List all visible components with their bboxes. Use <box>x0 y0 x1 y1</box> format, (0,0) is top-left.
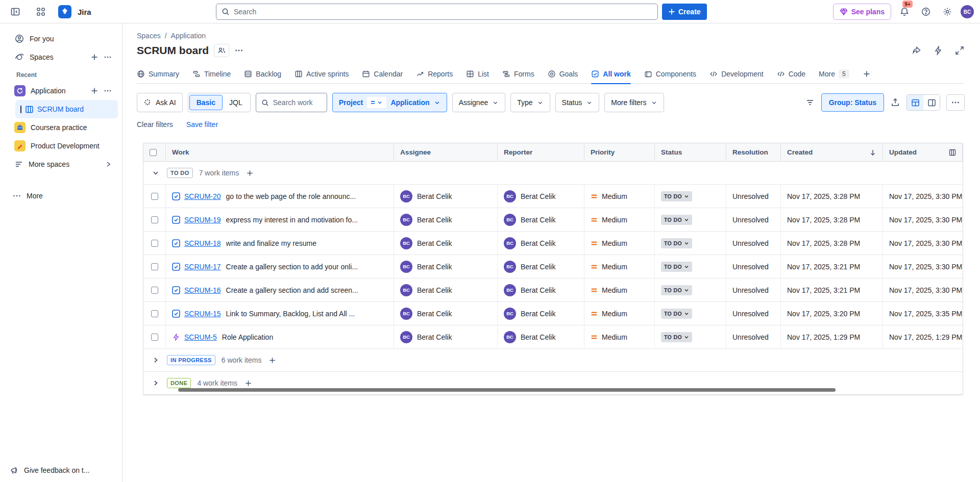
column-header-priority[interactable]: Priority <box>584 143 655 161</box>
detail-view-button[interactable] <box>923 95 940 110</box>
assignee-cell[interactable]: BC Berat Celik <box>394 302 498 325</box>
work-item-row[interactable]: SCRUM-17 Create a gallery section to add… <box>143 255 963 278</box>
row-checkbox[interactable] <box>151 240 158 247</box>
status-dropdown[interactable]: TO DO <box>661 238 692 248</box>
column-header-created[interactable]: Created <box>781 143 883 161</box>
row-checkbox[interactable] <box>151 263 158 270</box>
board-members-button[interactable] <box>214 44 229 57</box>
priority-cell[interactable]: Medium <box>584 255 655 278</box>
export-icon[interactable] <box>890 97 900 108</box>
tab-code[interactable]: Code <box>777 64 805 84</box>
priority-cell[interactable]: Medium <box>584 325 655 348</box>
row-checkbox[interactable] <box>151 193 158 200</box>
group-add-item-button[interactable] <box>246 169 254 177</box>
column-header-status[interactable]: Status <box>655 143 726 161</box>
work-search[interactable] <box>256 93 327 112</box>
assignee-cell[interactable]: BC Berat Celik <box>394 232 498 255</box>
help-button[interactable] <box>918 4 934 20</box>
give-feedback-button[interactable]: Give feedback on t... <box>10 466 112 475</box>
group-toggle-chevron[interactable] <box>151 355 161 365</box>
page-more-actions[interactable] <box>234 46 243 55</box>
column-header-reporter[interactable]: Reporter <box>498 143 584 161</box>
status-dropdown[interactable]: TO DO <box>661 332 692 342</box>
reporter-cell[interactable]: BC Berat Celik <box>498 255 584 278</box>
sidebar-item-coursera-practice[interactable]: Coursera practice <box>4 118 118 137</box>
group-add-item-button[interactable] <box>268 357 276 364</box>
work-item-row[interactable]: SCRUM-16 Create a gallery section and ad… <box>143 278 963 302</box>
priority-cell[interactable]: Medium <box>584 208 655 231</box>
breadcrumb-spaces[interactable]: Spaces <box>137 32 161 40</box>
column-header-assignee[interactable]: Assignee <box>394 143 498 161</box>
assignee-cell[interactable]: BC Berat Celik <box>394 208 498 231</box>
reporter-cell[interactable]: BC Berat Celik <box>498 302 584 325</box>
fullscreen-icon[interactable] <box>954 45 965 56</box>
mode-jql[interactable]: JQL <box>223 95 249 110</box>
project-filter-chip[interactable]: Project = Application <box>332 93 447 112</box>
status-dropdown[interactable]: TO DO <box>661 215 692 225</box>
tab-reports[interactable]: Reports <box>416 64 453 84</box>
status-dropdown[interactable]: TO DO <box>661 262 692 272</box>
tab-components[interactable]: Components <box>644 64 696 84</box>
ask-ai-button[interactable]: Ask AI <box>137 93 183 112</box>
sidebar-item-spaces[interactable]: Spaces <box>4 48 118 66</box>
sidebar-item-application[interactable]: Application <box>4 82 118 100</box>
priority-cell[interactable]: Medium <box>584 185 655 208</box>
spaces-more-icon[interactable] <box>104 53 112 61</box>
create-button[interactable]: Create <box>662 4 707 20</box>
sidebar-item-for-you[interactable]: For you <box>4 30 118 48</box>
work-item-row[interactable]: SCRUM-18 write and finalize my resume BC… <box>143 232 963 255</box>
share-icon[interactable] <box>912 45 922 56</box>
app-switcher-button[interactable] <box>33 4 49 20</box>
tab-development[interactable]: Development <box>709 64 764 84</box>
row-checkbox[interactable] <box>151 216 158 223</box>
work-item-key-link[interactable]: SCRUM-20 <box>184 192 221 200</box>
tab-timeline[interactable]: Timeline <box>192 64 231 84</box>
column-header-resolution[interactable]: Resolution <box>726 143 781 161</box>
clear-filters-button[interactable]: Clear filters <box>137 120 173 129</box>
tab-active-sprints[interactable]: Active sprints <box>295 64 349 84</box>
tab-calendar[interactable]: Calendar <box>362 64 403 84</box>
group-by-button[interactable]: Group: Status <box>821 93 884 112</box>
row-checkbox[interactable] <box>151 334 158 341</box>
work-item-row[interactable]: SCRUM-20 go to the web page of the role … <box>143 185 963 208</box>
priority-cell[interactable]: Medium <box>584 278 655 301</box>
more-filters[interactable]: More filters <box>604 93 664 112</box>
column-header-work[interactable]: Work <box>166 143 394 161</box>
mode-basic[interactable]: Basic <box>189 95 223 110</box>
horizontal-scrollbar[interactable] <box>178 388 836 392</box>
work-item-row[interactable]: SCRUM-15 Link to Summary, Backlog, List … <box>143 302 963 325</box>
settings-button[interactable] <box>939 4 955 20</box>
type-filter[interactable]: Type <box>510 93 550 112</box>
see-plans-button[interactable]: See plans <box>833 4 891 20</box>
application-add-icon[interactable] <box>90 87 99 95</box>
assignee-cell[interactable]: BC Berat Celik <box>394 325 498 348</box>
assignee-cell[interactable]: BC Berat Celik <box>394 278 498 301</box>
work-item-key-link[interactable]: SCRUM-5 <box>184 333 217 341</box>
table-view-button[interactable] <box>907 95 923 110</box>
global-search-input[interactable] <box>234 8 652 16</box>
priority-cell[interactable]: Medium <box>584 232 655 255</box>
sidebar-item-product-development[interactable]: Product Development <box>4 137 118 155</box>
select-all-checkbox[interactable] <box>150 149 157 156</box>
collapse-sidebar-button[interactable] <box>7 4 23 20</box>
work-item-key-link[interactable]: SCRUM-18 <box>184 239 221 247</box>
configure-columns-button[interactable] <box>945 146 960 159</box>
sidebar-item-scrum-board[interactable]: SCRUM board <box>15 100 118 118</box>
sidebar-item-more-spaces[interactable]: More spaces <box>4 155 118 173</box>
work-item-key-link[interactable]: SCRUM-16 <box>184 286 221 294</box>
table-more-actions[interactable] <box>946 94 965 111</box>
application-more-icon[interactable] <box>104 87 112 95</box>
sort-icon[interactable] <box>805 97 815 108</box>
project-operator[interactable]: = <box>367 97 386 108</box>
save-filter-button[interactable]: Save filter <box>186 120 218 129</box>
tab-summary[interactable]: Summary <box>137 64 179 84</box>
work-item-key-link[interactable]: SCRUM-19 <box>184 216 221 224</box>
work-search-input[interactable] <box>273 98 322 107</box>
add-tab-icon[interactable] <box>863 70 871 78</box>
status-dropdown[interactable]: TO DO <box>661 309 692 319</box>
automation-lightning-icon[interactable] <box>933 45 943 56</box>
global-search[interactable] <box>216 4 658 20</box>
assignee-cell[interactable]: BC Berat Celik <box>394 255 498 278</box>
tab-goals[interactable]: Goals <box>548 64 578 84</box>
tab-more[interactable]: More 5 <box>819 64 849 84</box>
